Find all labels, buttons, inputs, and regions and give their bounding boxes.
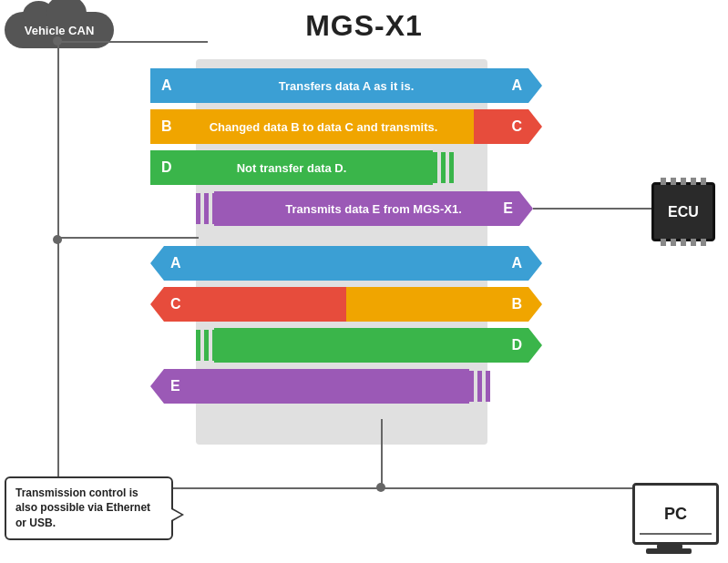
bar-B-text: Changed data B to data C and transmits. bbox=[210, 120, 438, 134]
pc-foot bbox=[646, 548, 692, 554]
lower-bar-D-label-right: D bbox=[511, 337, 522, 353]
bar-D-shape: D Not transfer data D. bbox=[150, 150, 433, 185]
speech-bubble-text: Transmission control is also possible vi… bbox=[15, 486, 150, 530]
bar-A-label-left: A bbox=[161, 77, 172, 94]
bar-D-text: Not transfer data D. bbox=[237, 161, 347, 175]
page-title: MGS-X1 bbox=[0, 9, 728, 43]
ecu-pins-bottom bbox=[659, 239, 708, 246]
bubble-arrow-inner bbox=[171, 509, 181, 520]
vline-bottom-center bbox=[381, 419, 383, 489]
pc-box: PC bbox=[632, 483, 719, 545]
lower-bar-E: E bbox=[150, 369, 492, 404]
bar-E-shape: Transmits data E from MGS-X1. E bbox=[214, 191, 533, 226]
bar-B-label-left: B bbox=[161, 118, 172, 135]
lower-bar-B-label-right: B bbox=[511, 296, 522, 312]
lower-bar-C-label-left: C bbox=[170, 296, 181, 312]
hline-top bbox=[57, 41, 208, 43]
ecu-label: ECU bbox=[668, 204, 699, 220]
lower-bar-D-stripes bbox=[196, 330, 217, 361]
ecu-pins-top bbox=[659, 178, 708, 185]
lower-bar-A-left: A bbox=[150, 246, 346, 281]
speech-bubble: Transmission control is also possible vi… bbox=[5, 476, 173, 540]
bar-A-label-right: A bbox=[511, 77, 522, 94]
hline-lower-left bbox=[57, 237, 199, 239]
lower-bar-A-right: A bbox=[346, 246, 542, 281]
lower-bar-E-label-left: E bbox=[170, 378, 180, 394]
lower-bar-E-shape: E bbox=[150, 369, 469, 404]
pc-screen-line bbox=[640, 533, 712, 535]
dot-top bbox=[53, 36, 62, 46]
ecu-box: ECU bbox=[651, 182, 715, 241]
lower-bar-A-label-left: A bbox=[170, 255, 181, 271]
bar-D-label-left: D bbox=[161, 159, 172, 176]
lower-bar-A: A A bbox=[150, 246, 542, 281]
pc-label: PC bbox=[664, 505, 687, 524]
bar-C-red: C bbox=[474, 109, 542, 144]
lower-bar-CB: C B bbox=[150, 287, 542, 322]
lower-bar-D: D bbox=[196, 328, 542, 363]
bar-B-orange: B Changed data B to data C and transmits… bbox=[150, 109, 497, 144]
lower-bar-B-right: B bbox=[346, 287, 542, 322]
lower-bar-C-left: C bbox=[150, 287, 346, 322]
upper-bar-D: D Not transfer data D. bbox=[150, 150, 442, 185]
vline-left bbox=[57, 41, 59, 487]
upper-bar-A: A Transfers data A as it is. A bbox=[150, 68, 542, 103]
bar-E-text: Transmits data E from MGS-X1. bbox=[285, 202, 462, 216]
bar-D-stripes bbox=[433, 152, 454, 183]
lower-bar-A-label-right: A bbox=[511, 255, 522, 271]
bar-E-label-right: E bbox=[503, 200, 513, 217]
hline-to-pc bbox=[381, 487, 651, 489]
hline-to-ecu bbox=[533, 208, 651, 210]
upper-bar-B: B Changed data B to data C and transmits… bbox=[150, 109, 542, 144]
upper-bar-E: Transmits data E from MGS-X1. E bbox=[196, 191, 533, 226]
bar-A-text: Transfers data A as it is. bbox=[279, 79, 415, 93]
bar-E-stripes-left bbox=[196, 193, 217, 224]
lower-bar-D-shape: D bbox=[214, 328, 542, 363]
bar-A-shape: A Transfers data A as it is. A bbox=[150, 68, 542, 103]
bar-C-label-right: C bbox=[511, 118, 522, 135]
vehicle-can-label: Vehicle CAN bbox=[25, 24, 95, 37]
lower-bar-E-stripes bbox=[469, 371, 490, 402]
